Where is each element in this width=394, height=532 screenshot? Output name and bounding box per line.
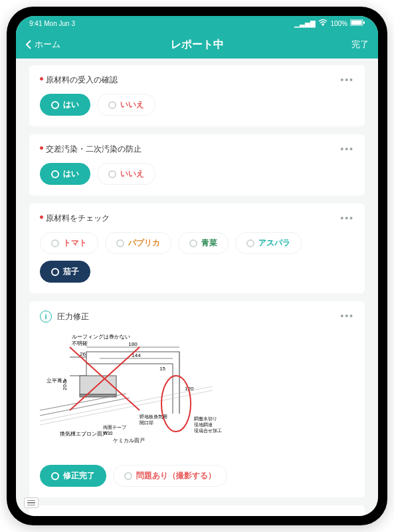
radio-icon (108, 101, 116, 109)
info-icon[interactable]: i (40, 311, 52, 323)
label-ryomen: 両面テープW30 (103, 425, 127, 436)
required-dot-icon (40, 146, 43, 150)
chip-no[interactable]: いいえ (97, 163, 155, 185)
required-dot-icon (40, 215, 43, 219)
radio-icon (51, 268, 59, 276)
card-title: 交差汚染・二次汚染の防止 (40, 144, 142, 155)
required-dot-icon (40, 77, 43, 80)
page-title: レポート中 (171, 38, 224, 52)
status-date: Mon Jun 3 (44, 20, 75, 27)
status-bar: 9:41 Mon Jun 3 ▁▃▅▇ 100% (16, 16, 378, 31)
radio-icon (51, 472, 59, 480)
card-check-ingredients: 原材料をチェック ••• トマト パプリカ 青菜 (29, 203, 365, 293)
radio-icon (124, 472, 132, 480)
svg-line-10 (40, 386, 213, 421)
more-icon[interactable]: ••• (340, 144, 354, 154)
svg-line-11 (40, 390, 213, 425)
chip-asparagus[interactable]: アスパラ (235, 232, 302, 254)
more-icon[interactable]: ••• (340, 213, 354, 223)
chip-yes[interactable]: はい (40, 163, 90, 185)
content-scroll[interactable]: 原材料の受入の確認 ••• はい いいえ (16, 59, 378, 516)
svg-rect-2 (351, 21, 362, 25)
radio-icon (51, 101, 59, 109)
card-title: 原材料の受入の確認 (40, 74, 118, 86)
svg-line-9 (40, 398, 130, 416)
radio-icon (108, 170, 116, 178)
diagram-image: 180 144 26 15 120 20.5 (40, 331, 226, 457)
menu-button[interactable] (24, 497, 39, 508)
card-title: i 圧力修正 (40, 311, 89, 323)
battery-icon (350, 19, 365, 27)
chip-eggplant[interactable]: 茄子 (40, 261, 90, 283)
signal-icon: ▁▃▅▇ (294, 20, 316, 27)
label-kankimado: 換気棟エプロン面戸 (60, 431, 108, 437)
nav-done-button[interactable]: 完了 (329, 39, 369, 51)
radio-icon (116, 239, 124, 247)
dim-180: 180 (128, 341, 138, 347)
chip-no[interactable]: いいえ (97, 94, 155, 116)
label-tatehira: 立平葺き (47, 378, 68, 384)
more-icon[interactable]: ••• (340, 311, 354, 321)
svg-point-14 (161, 376, 191, 432)
status-time: 9:41 (29, 20, 42, 27)
chevron-left-icon (25, 40, 32, 49)
card-title: 加熱後、冷却するもの (40, 515, 126, 516)
svg-rect-3 (363, 21, 365, 24)
radio-icon (246, 239, 254, 247)
label-chemical: ケミカル面戸 (113, 438, 145, 444)
svg-point-0 (322, 25, 324, 26)
card-raw-material-acceptance: 原材料の受入の確認 ••• はい いいえ (29, 65, 365, 126)
card-title: 原材料をチェック (40, 213, 110, 224)
more-icon[interactable]: ••• (340, 515, 354, 516)
label-roofing: ルーフィングは巻かない (72, 334, 130, 340)
more-icon[interactable]: ••• (340, 74, 354, 85)
battery-pct: 100% (330, 20, 347, 27)
wifi-icon (318, 19, 328, 27)
chip-paprika[interactable]: パプリカ (105, 232, 171, 254)
status-left: 9:41 Mon Jun 3 (29, 20, 75, 27)
card-cross-contamination: 交差汚染・二次汚染の防止 ••• はい いいえ (29, 134, 365, 196)
radio-icon (51, 170, 59, 178)
nav-done-label: 完了 (351, 39, 369, 51)
label-chosei: 調整水切り現地調達現場合せ加工 (194, 416, 222, 434)
tablet-frame: 9:41 Mon Jun 3 ▁▃▅▇ 100% ホーム レポート中 (7, 7, 387, 525)
chip-problem-photo[interactable]: 問題あり（撮影する） (113, 465, 227, 487)
card-cooling-after-heat: 加熱後、冷却するもの ••• はい いいえ (29, 505, 365, 516)
radio-icon (189, 239, 197, 247)
screen: 9:41 Mon Jun 3 ▁▃▅▇ 100% ホーム レポート中 (16, 16, 378, 516)
dim-15: 15 (159, 366, 165, 372)
nav-back-label: ホーム (35, 39, 60, 51)
nav-bar: ホーム レポート中 完了 (16, 31, 378, 59)
label-nojiita: 野地板換気用開口部 (140, 414, 167, 425)
chip-yes[interactable]: はい (40, 94, 90, 116)
chip-greens[interactable]: 青菜 (178, 232, 229, 254)
chip-tomato[interactable]: トマト (40, 232, 98, 254)
nav-back-button[interactable]: ホーム (25, 39, 65, 51)
card-pressure-correction: i 圧力修正 ••• 180 144 (29, 301, 365, 497)
chip-fix-done[interactable]: 修正完了 (40, 465, 106, 487)
label-unknown: 不明確 (72, 340, 88, 346)
status-right: ▁▃▅▇ 100% (294, 19, 365, 27)
radio-icon (51, 239, 59, 247)
